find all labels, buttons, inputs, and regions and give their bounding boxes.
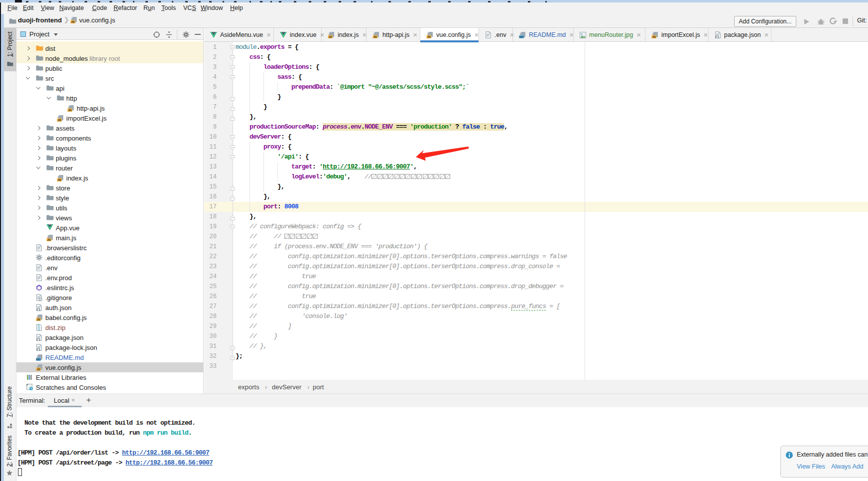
svg-text:{}: {} <box>715 35 719 38</box>
svg-text:JS: JS <box>36 318 40 321</box>
svg-text:{}: {} <box>36 308 40 311</box>
svg-text:JS: JS <box>328 35 332 38</box>
svg-text:MD: MD <box>36 357 41 361</box>
svg-text:{}: {} <box>36 338 40 341</box>
svg-text:JS: JS <box>47 238 51 241</box>
svg-text:JS: JS <box>68 108 72 112</box>
svg-text:JS: JS <box>57 118 61 122</box>
svg-text:MD: MD <box>519 35 524 38</box>
svg-text:JS: JS <box>71 20 75 23</box>
svg-text:JS: JS <box>427 35 431 38</box>
svg-text:{}: {} <box>36 348 40 351</box>
svg-text:JS: JS <box>57 178 61 181</box>
svg-text:JS: JS <box>652 35 656 38</box>
svg-text:JS: JS <box>36 367 40 371</box>
svg-text:JS: JS <box>373 35 377 38</box>
